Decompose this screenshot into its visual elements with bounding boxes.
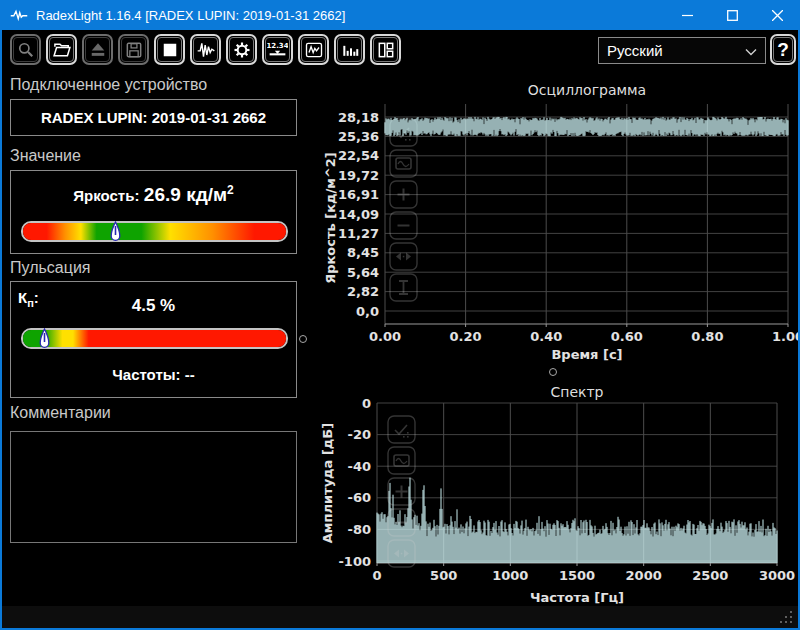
close-button[interactable] [755,0,800,30]
frequencies-label: Частоты: [112,366,180,383]
oscillogram-title: Осциллограмма [528,82,646,98]
y-tick-label: 19,72 [338,168,379,183]
stop-measurement-button[interactable] [154,34,185,65]
numeric-display-icon: 12.34 [265,37,290,62]
chevron-down-icon [745,42,757,59]
x-tick-label: 500 [430,568,457,583]
app-window: RadexLight 1.16.4 [RADEX LUPIN: 2019-01-… [0,0,800,630]
record-waveform-button[interactable] [190,34,221,65]
x-tick-label: 1000 [492,568,528,583]
language-selected-label: Русский [607,42,663,59]
y-tick-label: 0,0 [356,304,379,319]
x-tick-label: 0.20 [450,329,482,344]
y-tick-label: 16,91 [338,187,379,202]
oscillogram-ylabel: Яркость [кд/м^2] [323,152,338,284]
device-name-box: RADEX LUPIN: 2019-01-31 2662 [10,99,297,136]
pulsation-gauge-bar [21,328,288,349]
y-tick-label: 14,09 [338,207,379,222]
toolbar: 12.34 Русский ? [2,30,798,72]
luminance-readout: Яркость: 26.9 кд/м2 [11,183,296,206]
x-tick-label: 0.80 [691,329,723,344]
y-tick-label: 5,64 [347,265,379,280]
value-box: Яркость: 26.9 кд/м2 [10,170,297,254]
chart-autoscale-button[interactable] [390,150,417,177]
open-file-button[interactable] [46,34,77,65]
chart-fit-vertical-button[interactable] [390,274,417,301]
oscillogram-chart[interactable]: Осциллограмма Яркость [кд/м^2] 28,1825,3… [310,78,800,370]
y-tick-label: -100 [338,554,371,569]
oscillogram-view-icon [301,37,326,62]
spectrum-chart[interactable]: Спектр Амплитуда [дБ] 0-20-40-60-80-1000… [310,382,800,610]
luminance-label: Яркость: [73,187,139,204]
x-tick-label: 1.00 [772,329,800,344]
y-tick-label: 8,45 [347,245,379,260]
numeric-display-button[interactable]: 12.34 [262,34,293,65]
search-icon [13,37,38,62]
gear-icon [229,37,254,62]
comments-input[interactable] [10,431,297,543]
eject-device-button[interactable] [82,34,113,65]
gauge-marker [110,221,121,245]
frequencies-value: -- [185,366,195,383]
chart-zoom-out-button[interactable] [390,212,417,239]
y-tick-label: -80 [348,522,372,537]
help-button[interactable]: ? [770,34,796,65]
luminance-gauge-bar [21,221,288,242]
chart-fit-horizontal-button[interactable] [390,243,417,270]
floppy-save-icon [121,37,146,62]
svg-text:12.34: 12.34 [267,42,288,50]
y-tick-label: 28,18 [338,110,379,125]
title-bar[interactable]: RadexLight 1.16.4 [RADEX LUPIN: 2019-01-… [0,0,800,30]
chart-select-points-button[interactable] [388,416,415,443]
device-section-header: Подключенное устройство [10,76,207,94]
layout-panels-button[interactable] [370,34,401,65]
gauge-marker [39,328,50,352]
x-tick-label: 0.60 [611,329,643,344]
x-tick-label: 2000 [626,568,662,583]
layout-panels-icon [373,37,398,62]
y-tick-label: 2,82 [347,284,379,299]
pulsation-box: Кп: 4.5 % Частоты: -- [10,281,297,398]
waveform-icon [193,37,218,62]
open-folder-icon [49,37,74,62]
y-tick-label: -20 [348,427,372,442]
help-label: ? [777,39,789,61]
oscillogram-xlabel: Время [с] [551,347,622,362]
spectrum-view-icon [337,37,362,62]
resize-grip[interactable] [778,609,794,625]
language-select[interactable]: Русский [598,37,766,64]
x-tick-label: 0.00 [369,329,401,344]
save-button[interactable] [118,34,149,65]
vertical-splitter-handle[interactable] [299,335,307,343]
spectrum-title: Спектр [550,384,603,400]
stop-icon [157,37,182,62]
y-tick-label: -40 [348,459,372,474]
y-tick-label: 11,27 [338,226,379,241]
x-tick-label: 0.40 [530,329,562,344]
minimize-button[interactable] [665,0,710,30]
y-tick-label: 25,36 [338,129,379,144]
luminance-unit: кд/м [186,184,227,205]
comments-section-header: Комментарии [10,404,111,422]
y-tick-label: -60 [348,490,372,505]
search-device-button[interactable] [10,34,41,65]
x-tick-label: 2500 [692,568,728,583]
frequencies-readout: Частоты: -- [11,366,296,383]
y-tick-label: 22,54 [338,148,379,163]
window-title: RadexLight 1.16.4 [RADEX LUPIN: 2019-01-… [36,8,345,23]
oscillogram-view-button[interactable] [298,34,329,65]
x-tick-label: 1500 [559,568,595,583]
maximize-button[interactable] [710,0,755,30]
spectrum-view-button[interactable] [334,34,365,65]
status-bar [2,606,798,628]
eject-icon [85,37,110,62]
y-tick-label: 0 [362,396,371,411]
app-logo-icon [10,8,28,22]
pulsation-section-header: Пульсация [10,259,90,277]
device-name: RADEX LUPIN: 2019-01-31 2662 [41,109,266,126]
x-tick-label: 0 [372,568,381,583]
chart-autoscale-button[interactable] [388,447,415,474]
settings-button[interactable] [226,34,257,65]
value-section-header: Значение [10,147,81,165]
x-tick-label: 3000 [759,568,795,583]
